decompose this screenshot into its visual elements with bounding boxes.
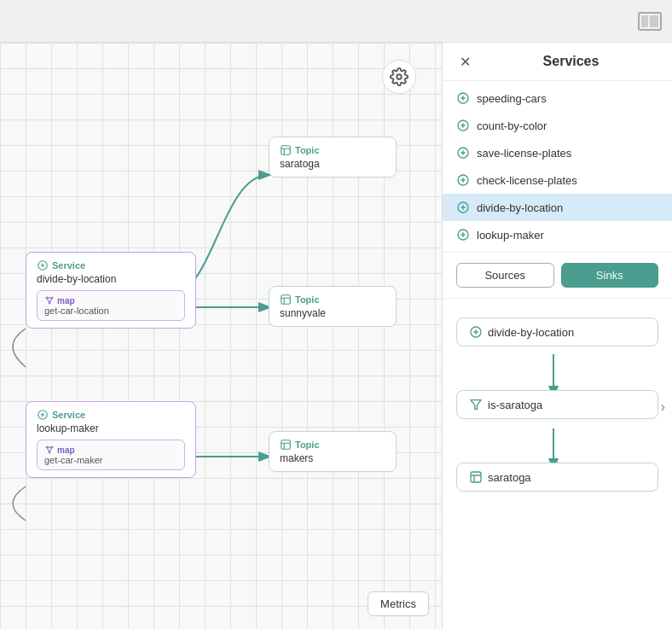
flow-filter-name: is-saratoga bbox=[488, 399, 542, 411]
sub-name-1: get-car-location bbox=[44, 306, 177, 316]
svg-rect-6 bbox=[281, 295, 291, 305]
svg-point-10 bbox=[49, 451, 50, 453]
layout-toggle-icon[interactable] bbox=[638, 12, 662, 31]
svg-point-4 bbox=[51, 297, 53, 299]
service-list: speeding-cars count-by-color save-licens… bbox=[443, 81, 672, 253]
node-topic-sunnyvale[interactable]: Topic sunnyvale bbox=[269, 286, 397, 327]
svg-point-8 bbox=[46, 446, 48, 448]
service-name-2: count-by-color bbox=[477, 119, 547, 132]
service-item-check-license-plates[interactable]: check-license-plates bbox=[443, 166, 672, 194]
canvas[interactable]: Topic saratoga Service divide-by-locatio… bbox=[0, 43, 442, 629]
svg-rect-1 bbox=[281, 146, 291, 155]
svg-rect-22 bbox=[471, 472, 481, 482]
flow-divide-name: divide-by-location bbox=[488, 326, 574, 339]
sources-button[interactable]: Sources bbox=[456, 263, 554, 288]
close-button[interactable]: ✕ bbox=[456, 53, 473, 70]
flow-saratoga-name: saratoga bbox=[488, 471, 531, 484]
right-panel: ✕ Services speeding-cars count-by-color … bbox=[442, 43, 672, 629]
service-item-count-by-color[interactable]: count-by-color bbox=[443, 112, 672, 139]
service-name-4: check-license-plates bbox=[477, 174, 577, 187]
sub-type-1: map bbox=[57, 296, 75, 306]
svg-point-0 bbox=[397, 74, 402, 79]
toggle-bar: Sources Sinks bbox=[443, 253, 672, 299]
sub-name-2: get-car-maker bbox=[44, 455, 177, 465]
service-lookup-name: lookup-maker bbox=[37, 422, 185, 434]
flow-area: divide-by-location is-saratoga › saratog… bbox=[443, 299, 672, 629]
flow-node-saratoga[interactable]: saratoga bbox=[456, 463, 658, 492]
flow-filter-arrow-btn[interactable]: › bbox=[661, 399, 665, 415]
service-item-divide-by-location[interactable]: divide-by-location bbox=[443, 194, 672, 221]
svg-point-9 bbox=[51, 446, 53, 448]
node-topic-makers[interactable]: Topic makers bbox=[269, 431, 397, 472]
service-label-1: Service bbox=[52, 260, 85, 271]
top-bar bbox=[0, 0, 672, 43]
service-name-6: lookup-maker bbox=[477, 229, 544, 242]
service-label-2: Service bbox=[52, 410, 85, 420]
topic-makers-name: makers bbox=[280, 452, 385, 464]
service-divide-sub: map get-car-location bbox=[37, 290, 185, 321]
flow-node-filter[interactable]: is-saratoga bbox=[456, 390, 658, 419]
node-service-lookup[interactable]: Service lookup-maker map get-car-maker bbox=[26, 401, 196, 478]
service-divide-name: divide-by-location bbox=[37, 273, 185, 285]
topic-label: Topic bbox=[295, 145, 320, 155]
topic-saratoga-name: saratoga bbox=[280, 158, 385, 170]
svg-marker-21 bbox=[471, 400, 481, 410]
svg-point-5 bbox=[49, 302, 50, 304]
service-name-3: save-license-plates bbox=[477, 147, 571, 160]
svg-point-3 bbox=[46, 297, 48, 299]
service-lookup-sub: map get-car-maker bbox=[37, 440, 185, 470]
service-name-1: speeding-cars bbox=[477, 92, 547, 105]
node-topic-saratoga[interactable]: Topic saratoga bbox=[269, 137, 397, 178]
panel-header: ✕ Services bbox=[443, 43, 672, 81]
panel-title: Services bbox=[484, 54, 658, 69]
topic-label-3: Topic bbox=[295, 440, 320, 450]
metrics-button[interactable]: Metrics bbox=[368, 591, 429, 616]
node-service-divide[interactable]: Service divide-by-location map get-car-l… bbox=[26, 252, 196, 329]
topic-sunnyvale-name: sunnyvale bbox=[280, 307, 385, 319]
service-item-speeding-cars[interactable]: speeding-cars bbox=[443, 84, 672, 112]
svg-rect-11 bbox=[281, 440, 291, 450]
canvas-arrows bbox=[0, 43, 442, 629]
main-container: Topic saratoga Service divide-by-locatio… bbox=[0, 0, 672, 629]
flow-node-divide[interactable]: divide-by-location bbox=[456, 317, 658, 347]
sinks-button[interactable]: Sinks bbox=[561, 263, 659, 288]
service-name-5: divide-by-location bbox=[477, 201, 563, 214]
sub-type-2: map bbox=[57, 446, 75, 455]
service-item-save-license-plates[interactable]: save-license-plates bbox=[443, 139, 672, 166]
gear-button[interactable] bbox=[382, 60, 416, 94]
service-item-lookup-maker[interactable]: lookup-maker bbox=[443, 221, 672, 248]
content-area: Topic saratoga Service divide-by-locatio… bbox=[0, 43, 672, 629]
topic-label-2: Topic bbox=[295, 294, 320, 305]
